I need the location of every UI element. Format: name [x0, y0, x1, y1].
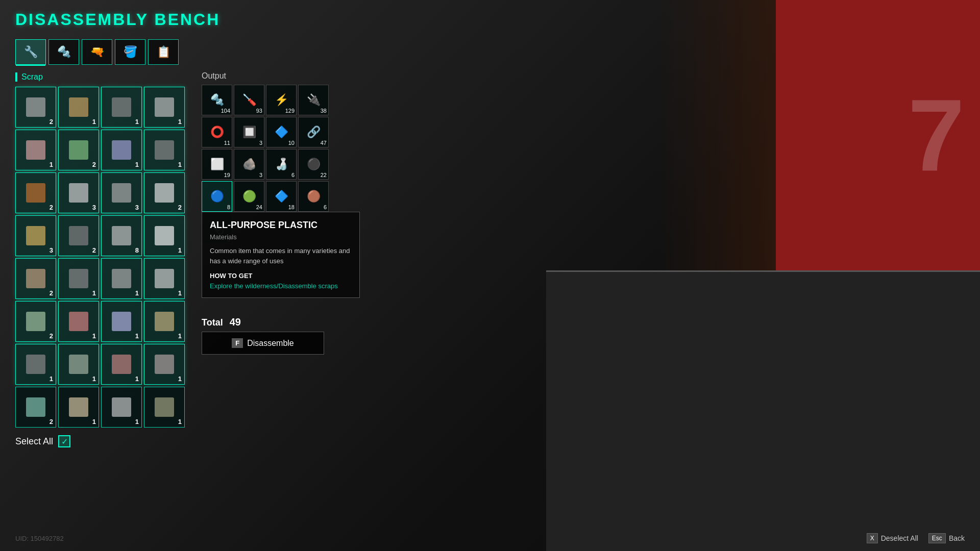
item-tooltip: ALL-PURPOSE PLASTIC Materials Common ite… [202, 212, 360, 298]
tooltip-type: Materials [210, 233, 352, 241]
inventory-slot-11[interactable]: 2 [144, 172, 185, 213]
inventory-slot-14[interactable]: 8 [101, 215, 142, 256]
disassemble-button[interactable]: F Disassemble [202, 332, 324, 355]
output-item-count-15: 6 [324, 204, 327, 210]
deselect-label: Deselect All [881, 534, 918, 542]
output-item-count-7: 47 [321, 140, 327, 146]
gun-icon: 🔫 [90, 45, 104, 59]
item-icon-17 [67, 267, 90, 290]
output-item-icon-0: 🔩 [210, 93, 224, 107]
output-item-count-13: 24 [256, 204, 262, 210]
item-icon-20 [24, 310, 47, 333]
select-all-checkbox[interactable]: ✓ [58, 435, 70, 447]
inventory-slot-0[interactable]: 2 [15, 87, 56, 128]
back-button[interactable]: Esc Back [928, 533, 965, 543]
item-icon-0 [24, 96, 47, 119]
inventory-slot-29[interactable]: 1 [58, 387, 99, 428]
tools-icon: 🔧 [24, 45, 38, 59]
bottom-bar: UID: 150492782 X Deselect All Esc Back [15, 533, 965, 543]
output-item-count-6: 10 [288, 140, 295, 146]
item-count-19: 1 [178, 289, 182, 297]
item-icon-13 [67, 224, 90, 247]
output-slot-6[interactable]: 🔷10 [266, 117, 297, 147]
inventory-slot-12[interactable]: 3 [15, 215, 56, 256]
tooltip-how-label: HOW TO GET [210, 272, 352, 280]
wrench-icon: 🔩 [57, 45, 71, 59]
inventory-slot-13[interactable]: 2 [58, 215, 99, 256]
inventory-slot-17[interactable]: 1 [58, 258, 99, 299]
item-icon-30 [110, 396, 133, 419]
item-count-27: 1 [178, 375, 182, 383]
inventory-slot-20[interactable]: 2 [15, 301, 56, 342]
item-count-21: 1 [92, 332, 96, 340]
inventory-slot-18[interactable]: 1 [101, 258, 142, 299]
inventory-slot-5[interactable]: 2 [58, 130, 99, 170]
inventory-slot-6[interactable]: 1 [101, 130, 142, 170]
output-item-count-0: 104 [221, 108, 230, 114]
inventory-slot-7[interactable]: 1 [144, 130, 185, 170]
output-item-count-8: 19 [224, 172, 230, 178]
output-slot-5[interactable]: 🔲3 [234, 117, 264, 147]
inventory-slot-22[interactable]: 1 [101, 301, 142, 342]
inventory-slot-31[interactable]: 1 [144, 387, 185, 428]
inventory-slot-24[interactable]: 1 [15, 344, 56, 385]
output-slot-7[interactable]: 🔗47 [298, 117, 329, 147]
item-count-7: 1 [178, 161, 182, 168]
item-icon-18 [110, 267, 133, 290]
output-slot-13[interactable]: 🟢24 [234, 181, 264, 212]
inventory-slot-27[interactable]: 1 [144, 344, 185, 385]
output-slot-14[interactable]: 🔷18 [266, 181, 297, 212]
item-count-22: 1 [135, 332, 139, 340]
output-item-icon-4: ⭕ [210, 126, 224, 139]
item-count-17: 1 [92, 289, 96, 297]
inventory-slot-9[interactable]: 3 [58, 172, 99, 213]
tab-wrench[interactable]: 🔩 [48, 39, 79, 65]
output-item-icon-13: 🟢 [242, 190, 256, 203]
deselect-key: X [867, 533, 878, 543]
item-count-9: 3 [92, 204, 96, 211]
item-icon-4 [24, 139, 47, 162]
output-item-icon-12: 🔵 [210, 190, 224, 203]
inventory-slot-21[interactable]: 1 [58, 301, 99, 342]
output-slot-3[interactable]: 🔌38 [298, 85, 329, 115]
item-icon-25 [67, 353, 90, 376]
inventory-slot-16[interactable]: 2 [15, 258, 56, 299]
inventory-slot-10[interactable]: 3 [101, 172, 142, 213]
select-all-label: Select All [15, 436, 53, 447]
output-slot-15[interactable]: 🟤6 [298, 181, 329, 212]
inventory-slot-15[interactable]: 1 [144, 215, 185, 256]
output-slot-11[interactable]: ⚫22 [298, 149, 329, 180]
output-slot-9[interactable]: 🪨3 [234, 149, 264, 180]
output-slot-4[interactable]: ⭕11 [202, 117, 232, 147]
inventory-slot-25[interactable]: 1 [58, 344, 99, 385]
output-slot-2[interactable]: ⚡129 [266, 85, 297, 115]
item-count-18: 1 [135, 289, 139, 297]
item-count-13: 2 [92, 246, 96, 254]
category-tabs: 🔧 🔩 🔫 🪣 📋 [15, 39, 342, 65]
inventory-slot-2[interactable]: 1 [101, 87, 142, 128]
inventory-slot-23[interactable]: 1 [144, 301, 185, 342]
inventory-slot-1[interactable]: 1 [58, 87, 99, 128]
tab-gun[interactable]: 🔫 [82, 39, 112, 65]
output-slot-10[interactable]: 🍶6 [266, 149, 297, 180]
item-count-11: 2 [178, 204, 182, 211]
tab-tools[interactable]: 🔧 [15, 39, 46, 65]
inventory-slot-3[interactable]: 1 [144, 87, 185, 128]
item-icon-23 [153, 310, 176, 333]
item-count-14: 8 [135, 246, 139, 254]
tab-book[interactable]: 📋 [148, 39, 179, 65]
output-slot-0[interactable]: 🔩104 [202, 85, 232, 115]
uid-text: UID: 150492782 [15, 535, 64, 542]
output-slot-8[interactable]: ⬜19 [202, 149, 232, 180]
output-slot-1[interactable]: 🪛93 [234, 85, 264, 115]
tab-bucket[interactable]: 🪣 [115, 39, 145, 65]
item-count-12: 3 [50, 246, 53, 254]
inventory-slot-30[interactable]: 1 [101, 387, 142, 428]
inventory-slot-4[interactable]: 1 [15, 130, 56, 170]
deselect-all-button[interactable]: X Deselect All [867, 533, 918, 543]
inventory-slot-26[interactable]: 1 [101, 344, 142, 385]
inventory-slot-8[interactable]: 2 [15, 172, 56, 213]
inventory-slot-28[interactable]: 2 [15, 387, 56, 428]
inventory-slot-19[interactable]: 1 [144, 258, 185, 299]
output-slot-12[interactable]: 🔵8 [202, 181, 232, 212]
